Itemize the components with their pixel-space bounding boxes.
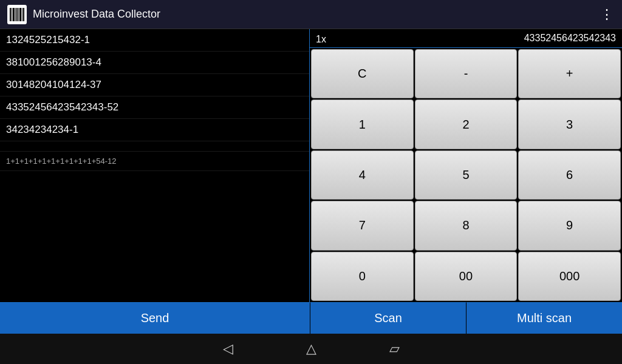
send-button[interactable]: Send xyxy=(0,302,310,334)
nav-bar: ◁ △ ▱ xyxy=(0,334,622,364)
list-item[interactable]: 30148204104124-37 xyxy=(0,74,309,96)
list-item[interactable]: 43352456423542343-52 xyxy=(0,96,309,119)
barcode-display: 43352456423542343 xyxy=(332,33,616,44)
title-bar: Microinvest Data Collector ⋮ xyxy=(0,0,622,29)
app-icon xyxy=(7,5,27,24)
back-button[interactable]: ◁ xyxy=(223,341,233,357)
num-000-button[interactable]: 000 xyxy=(518,252,621,301)
numpad-panel: 1x 43352456423542343 C - + 1 2 3 4 5 6 7… xyxy=(310,29,622,302)
num-3-button[interactable]: 3 xyxy=(518,99,621,149)
svg-rect-7 xyxy=(22,8,22,21)
num-8-button[interactable]: 8 xyxy=(415,201,518,250)
svg-rect-1 xyxy=(12,8,12,21)
recents-button[interactable]: ▱ xyxy=(389,341,400,357)
multi-scan-button[interactable]: Multi scan xyxy=(466,302,622,334)
svg-rect-5 xyxy=(18,8,19,21)
num-4-button[interactable]: 4 xyxy=(311,150,414,200)
svg-rect-3 xyxy=(15,8,16,21)
num-6-button[interactable]: 6 xyxy=(518,150,621,200)
list-item[interactable]: 1324525215432-1 xyxy=(0,29,309,52)
scan-button[interactable]: Scan xyxy=(310,302,466,334)
list-item[interactable]: 381001256289013-4 xyxy=(0,52,309,74)
barcode-list: 1324525215432-1 381001256289013-4 301482… xyxy=(0,29,310,302)
title-left: Microinvest Data Collector xyxy=(7,5,160,24)
svg-rect-0 xyxy=(10,8,11,21)
num-0-button[interactable]: 0 xyxy=(311,252,414,301)
menu-button[interactable]: ⋮ xyxy=(600,7,615,22)
app-title: Microinvest Data Collector xyxy=(33,8,160,21)
list-item[interactable]: 34234234234-1 xyxy=(0,119,309,141)
list-item-summary: 1+1+1+1+1+1+1+1+1+1+54-12 xyxy=(0,152,309,171)
num-00-button[interactable]: 00 xyxy=(415,252,518,301)
home-button[interactable]: △ xyxy=(306,341,316,357)
minus-button[interactable]: - xyxy=(415,49,518,98)
num-7-button[interactable]: 7 xyxy=(311,201,414,250)
svg-rect-8 xyxy=(23,8,24,21)
numpad: C - + 1 2 3 4 5 6 7 8 9 0 00 000 xyxy=(310,48,622,302)
svg-rect-2 xyxy=(13,8,15,21)
plus-button[interactable]: + xyxy=(518,49,621,98)
clear-button[interactable]: C xyxy=(311,49,414,98)
num-1-button[interactable]: 1 xyxy=(311,99,414,149)
svg-rect-6 xyxy=(19,8,21,21)
quantity-label: 1x xyxy=(316,33,326,45)
main-content: 1324525215432-1 381001256289013-4 301482… xyxy=(0,29,622,302)
display-area: 1x 43352456423542343 xyxy=(310,29,622,48)
num-9-button[interactable]: 9 xyxy=(518,201,621,250)
num-2-button[interactable]: 2 xyxy=(415,99,518,149)
list-item[interactable] xyxy=(0,141,309,152)
action-bar: Send Scan Multi scan xyxy=(0,302,622,334)
svg-rect-4 xyxy=(16,8,18,21)
num-5-button[interactable]: 5 xyxy=(415,150,518,200)
